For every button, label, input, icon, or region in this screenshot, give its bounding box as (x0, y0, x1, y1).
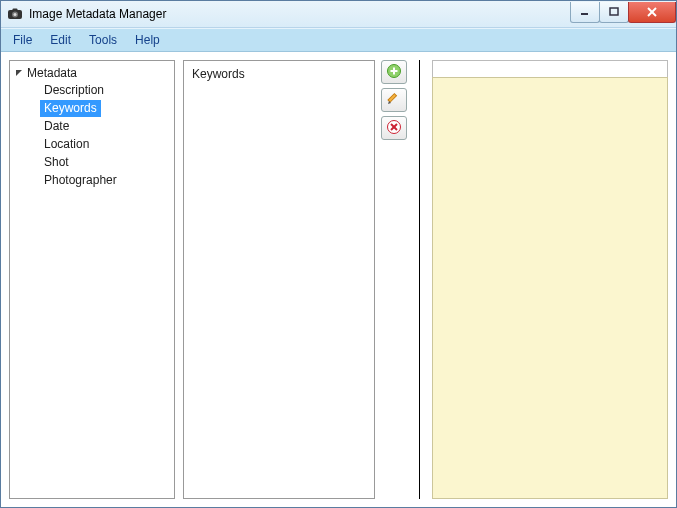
add-icon (386, 63, 402, 82)
delete-icon (386, 119, 402, 138)
add-button[interactable] (381, 60, 407, 84)
menu-help[interactable]: Help (127, 31, 168, 49)
edit-icon (386, 91, 402, 110)
right-panel (432, 60, 668, 499)
edit-button[interactable] (381, 88, 407, 112)
list-header: Keywords (192, 67, 366, 81)
tree-children: DescriptionKeywordsDateLocationShotPhoto… (40, 82, 172, 189)
menu-file[interactable]: File (5, 31, 40, 49)
svg-rect-1 (13, 9, 18, 12)
svg-rect-11 (388, 93, 396, 101)
tree-root-label: Metadata (27, 66, 77, 80)
close-button[interactable] (628, 2, 676, 23)
client-area: Metadata DescriptionKeywordsDateLocation… (1, 52, 676, 507)
tree-item[interactable]: Description (40, 82, 108, 99)
tree-item[interactable]: Photographer (40, 172, 121, 189)
notes-area[interactable] (432, 77, 668, 499)
vertical-divider (419, 60, 420, 499)
tree-item[interactable]: Shot (40, 154, 73, 171)
expand-collapse-icon[interactable] (14, 69, 24, 78)
menu-edit[interactable]: Edit (42, 31, 79, 49)
middle-group: Keywords (183, 60, 407, 499)
svg-point-3 (14, 13, 17, 16)
tree-item[interactable]: Keywords (40, 100, 101, 117)
svg-rect-5 (610, 8, 618, 15)
text-input[interactable] (432, 60, 668, 77)
tree-item[interactable]: Location (40, 136, 93, 153)
keywords-list: Keywords (183, 60, 375, 499)
metadata-tree: Metadata DescriptionKeywordsDateLocation… (9, 60, 175, 499)
app-icon (7, 6, 23, 22)
tree-item[interactable]: Date (40, 118, 73, 135)
list-buttons (381, 60, 407, 499)
menu-tools[interactable]: Tools (81, 31, 125, 49)
minimize-button[interactable] (570, 2, 600, 23)
tree-root[interactable]: Metadata (12, 65, 172, 81)
titlebar: Image Metadata Manager (1, 1, 676, 28)
delete-button[interactable] (381, 116, 407, 140)
menubar: File Edit Tools Help (1, 28, 676, 52)
window-title: Image Metadata Manager (29, 7, 571, 21)
window-controls (571, 2, 676, 22)
maximize-button[interactable] (599, 2, 629, 23)
app-window: Image Metadata Manager File Edit Tools H… (0, 0, 677, 508)
